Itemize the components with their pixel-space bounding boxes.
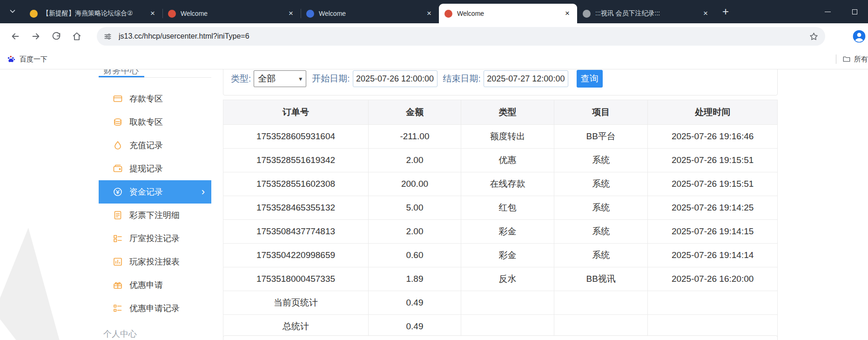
table-cell: 在线存款 [461, 172, 554, 196]
table-row: 1753528551602308200.00在线存款系统2025-07-26 1… [223, 172, 778, 196]
table-cell: 1.89 [369, 267, 461, 291]
table-row: 1753528605931604-211.00额度转出BB平台2025-07-2… [223, 125, 778, 149]
tab-close-icon[interactable]: × [424, 8, 434, 19]
table-cell: 1753504220998659 [223, 244, 369, 267]
sidebar-item-deposit-card[interactable]: 存款专区› [99, 87, 211, 110]
withdraw-coins-icon [113, 117, 123, 127]
tab-list: 【新提醒】海燕策略论坛综合②×Welcome×Welcome×Welcome×:… [24, 4, 715, 23]
tab-favicon-icon [444, 10, 452, 18]
sidebar-item-label: 玩家投注报表 [129, 256, 180, 267]
browser-tab[interactable]: Welcome× [301, 4, 439, 23]
table-cell [554, 315, 648, 339]
sidebar-divider [99, 77, 211, 78]
site-info-icon [103, 32, 112, 41]
back-icon [10, 31, 20, 41]
maximize-button[interactable] [841, 0, 868, 23]
table-cell: 反水 [461, 267, 554, 291]
sidebar-item-label: 优惠申请记录 [129, 303, 180, 314]
maximize-icon [852, 9, 857, 14]
sidebar-item-label: 资金记录 [129, 186, 163, 197]
profile-avatar-icon[interactable] [852, 29, 867, 44]
sidebar-item-recharge-drop[interactable]: 充值记录› [99, 134, 211, 157]
table-cell [461, 291, 554, 315]
tab-favicon-icon [306, 10, 314, 18]
sidebar-item-player-report-chart[interactable]: 玩家投注报表› [99, 250, 211, 273]
tab-title: Welcome [181, 10, 282, 17]
table-header-cell: 金额 [369, 100, 461, 125]
bookmarks-divider [836, 54, 836, 64]
bookmark-label: 百度一下 [20, 55, 47, 64]
minimize-button[interactable] [814, 0, 841, 23]
sidebar-item-lottery-document[interactable]: 彩票下注明细› [99, 204, 211, 227]
forward-button[interactable] [27, 27, 45, 45]
browser-tab[interactable]: :::视讯 会员下注纪录:::× [577, 4, 715, 23]
query-button[interactable]: 查询 [577, 70, 603, 88]
table-cell: 彩金 [461, 220, 554, 244]
type-select[interactable]: 全部 ▾ [254, 70, 306, 87]
sidebar-item-promo-record-list[interactable]: 优惠申请记录› [99, 297, 211, 320]
page-content: 财务中心 存款专区›取款专区›充值记录›提现记录›资金记录›彩票下注明细›厅室投… [0, 69, 868, 340]
start-date-label: 开始日期: [312, 73, 350, 85]
new-tab-button[interactable]: + [719, 6, 732, 19]
browser-tab[interactable]: 【新提醒】海燕策略论坛综合②× [24, 4, 162, 23]
table-cell: 系统 [554, 220, 648, 244]
sidebar-item-label: 优惠申请 [129, 279, 163, 291]
table-cell: 1753508437774813 [223, 220, 369, 244]
back-button[interactable] [7, 27, 24, 45]
table-cell [648, 291, 778, 315]
sidebar-menu: 存款专区›取款专区›充值记录›提现记录›资金记录›彩票下注明细›厅室投注记录›玩… [99, 87, 211, 320]
sidebar-item-label: 充值记录 [129, 140, 163, 151]
table-header-row: 订单号金额类型项目处理时间 [223, 100, 778, 125]
recharge-drop-icon [113, 140, 123, 150]
refresh-button[interactable] [47, 27, 65, 45]
chevron-down-icon [8, 7, 17, 17]
bookmarks-bar: 百度一下 所有 [0, 49, 868, 69]
main-content: 类型: 全部 ▾ 开始日期: 结束日期: 查询 订单号金额类型项目处理时间 [223, 69, 778, 340]
table-cell: 0.49 [369, 315, 461, 339]
table-header-cell: 订单号 [223, 100, 369, 125]
table-cell: 0.60 [369, 244, 461, 267]
tab-close-icon[interactable]: × [562, 8, 572, 19]
table-cell [554, 291, 648, 315]
table-cell: 2.00 [369, 220, 461, 244]
table-row: 17535285516193422.00优惠系统2025-07-26 19:15… [223, 149, 778, 172]
table-cell: 1753528465355132 [223, 196, 369, 220]
bookmark-baidu[interactable]: 百度一下 [7, 53, 47, 66]
tab-search-button[interactable] [7, 6, 19, 18]
sidebar-item-withdrawal-wallet[interactable]: 提现记录› [99, 157, 211, 180]
table-header-cell: 处理时间 [648, 100, 778, 125]
end-date-input[interactable] [484, 70, 568, 87]
sidebar-item-funds-coin[interactable]: 资金记录› [99, 180, 211, 204]
table-cell: 系统 [554, 172, 648, 196]
start-date-input[interactable] [353, 70, 437, 87]
table-cell: 系统 [554, 196, 648, 220]
forward-icon [31, 31, 41, 41]
tab-favicon-icon [583, 10, 591, 18]
table-cell: 2025-07-26 19:15:51 [648, 172, 778, 196]
sidebar-item-label: 存款专区 [129, 93, 163, 104]
table-row: 总统计0.49 [223, 315, 778, 339]
tab-close-icon[interactable]: × [286, 8, 296, 19]
table-cell: 0.49 [369, 291, 461, 315]
tab-title: 【新提醒】海燕策略论坛综合② [42, 9, 144, 18]
promo-record-list-icon [113, 303, 123, 313]
table-cell: 5.00 [369, 196, 461, 220]
tab-close-icon[interactable]: × [700, 8, 711, 19]
table-cell: -211.00 [369, 125, 461, 149]
tab-close-icon[interactable]: × [148, 8, 158, 19]
bookmark-star-icon[interactable] [809, 32, 819, 41]
home-button[interactable] [68, 27, 86, 45]
sidebar-item-withdraw-coins[interactable]: 取款专区› [99, 110, 211, 134]
tab-favicon-icon [168, 10, 176, 18]
all-bookmarks-label: 所有 [854, 55, 868, 64]
deposit-card-icon [113, 94, 123, 104]
table-cell [648, 315, 778, 339]
sidebar-item-hall-bet-list[interactable]: 厅室投注记录› [99, 227, 211, 250]
browser-tab[interactable]: Welcome× [439, 4, 577, 23]
sidebar-item-promo-gift[interactable]: 优惠申请› [99, 273, 211, 297]
all-bookmarks-button[interactable]: 所有 [836, 53, 868, 66]
tab-title: Welcome [319, 10, 420, 17]
filter-panel: 类型: 全部 ▾ 开始日期: 结束日期: 查询 [223, 69, 778, 95]
address-bar[interactable]: js13.cc/hhcp/usercenter.html?iniType=6 [97, 27, 825, 46]
browser-tab[interactable]: Welcome× [162, 4, 301, 23]
